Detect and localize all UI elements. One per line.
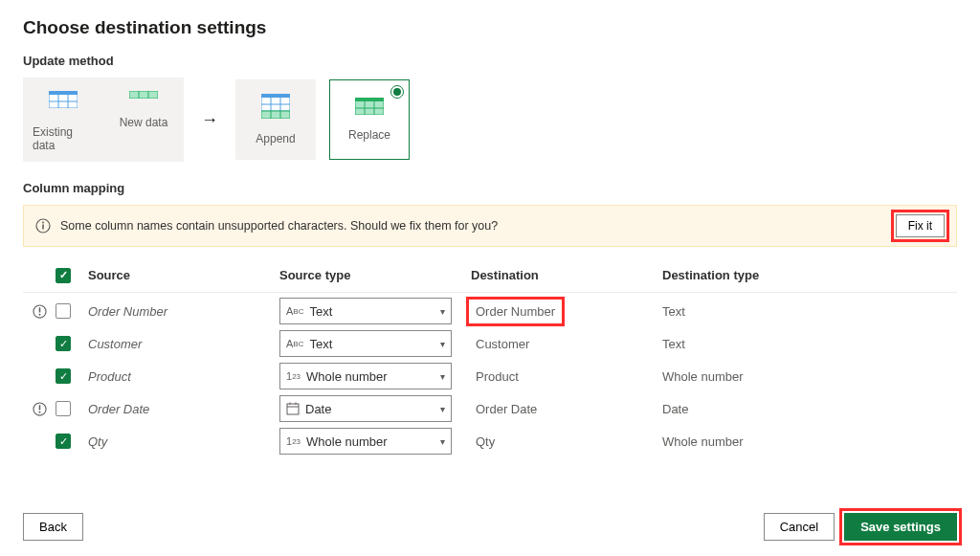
warning-icon [33,402,47,416]
th-source: Source [88,268,279,282]
dropdown-label: Date [305,402,434,416]
svg-rect-5 [129,91,158,99]
settings-page: Choose destination settings Update metho… [0,0,980,556]
svg-point-26 [38,313,40,315]
number-type-icon: 123 [286,435,301,447]
append-option[interactable]: Append [235,79,316,160]
source-cell: Order Date [88,402,279,416]
append-icon [261,94,290,119]
footer: Back Cancel Save settings [23,496,957,541]
svg-rect-17 [355,98,384,101]
cancel-button[interactable]: Cancel [764,513,835,541]
fix-it-button[interactable]: Fix it [896,214,945,237]
alert-message: Some column names contain unsupported ch… [60,219,886,233]
destination-cell: Order Number [471,301,662,322]
new-data-label: New data [120,116,168,129]
alert-bar: Some column names contain unsupported ch… [23,205,957,247]
table-body: Order NumberABCText▾Order NumberTextCust… [23,295,957,457]
svg-point-22 [42,222,44,224]
svg-rect-9 [261,94,290,98]
chevron-down-icon: ▾ [440,339,445,349]
replace-icon [355,98,384,115]
arrow-icon: → [197,110,222,130]
replace-option[interactable]: Replace [329,79,410,160]
row-checkbox[interactable] [56,336,71,351]
source-type-dropdown[interactable]: ABCText▾ [279,330,452,357]
update-method-row: Existing data New data → [23,78,957,162]
svg-rect-13 [261,111,290,119]
destination-type-cell: Whole number [662,369,854,384]
th-source-type: Source type [279,268,471,282]
radio-selected-icon [390,85,404,99]
destination-type-cell: Text [662,304,854,319]
back-button[interactable]: Back [23,513,83,541]
warning-icon [33,304,47,319]
destination-text: Customer [471,334,534,354]
svg-point-29 [38,411,40,412]
dropdown-label: Whole number [306,434,434,449]
table-row: Order NumberABCText▾Order NumberText [23,295,957,327]
destination-cell: Product [471,367,662,387]
destination-type-cell: Whole number [662,434,854,449]
row-checkbox[interactable] [56,368,71,384]
source-cell: Order Number [88,304,279,319]
column-mapping-label: Column mapping [23,181,957,195]
row-checkbox[interactable] [56,434,71,449]
table-row: Product123Whole number▾ProductWhole numb… [23,360,957,392]
save-settings-button[interactable]: Save settings [844,513,957,541]
svg-rect-30 [287,404,299,414]
new-data-card: New data [103,78,184,162]
destination-cell: Order Date [471,399,662,419]
chevron-down-icon: ▾ [440,404,445,414]
destination-type-cell: Date [662,402,854,416]
row-checkbox[interactable] [56,303,71,319]
svg-rect-25 [38,307,40,312]
number-type-icon: 123 [286,370,301,382]
existing-data-label: Existing data [33,125,94,152]
destination-cell: Qty [471,432,662,452]
column-mapping-table: Source Source type Destination Destinati… [23,262,957,457]
source-type-dropdown[interactable]: ABCText▾ [279,298,452,324]
table-head: Source Source type Destination Destinati… [23,262,957,293]
svg-rect-23 [42,225,44,230]
append-label: Append [256,132,295,145]
destination-type-cell: Text [662,337,854,351]
source-type-dropdown[interactable]: 123Whole number▾ [279,363,452,389]
row-checkbox[interactable] [56,401,71,416]
dropdown-label: Text [309,304,434,319]
destination-text: Product [471,367,523,387]
destination-text: Order Number [471,301,560,322]
date-type-icon [286,402,300,415]
update-method-label: Update method [23,54,957,68]
dropdown-label: Whole number [306,369,434,384]
text-type-icon: ABC [286,338,303,349]
svg-rect-1 [49,91,78,95]
row-warning [23,304,56,319]
table-row: CustomerABCText▾CustomerText [23,327,957,360]
existing-data-icon [49,91,78,108]
select-all-checkbox[interactable] [56,268,71,283]
dropdown-label: Text [309,337,434,351]
page-title: Choose destination settings [23,17,957,38]
info-icon [35,218,51,234]
data-source-group: Existing data New data [23,78,184,162]
table-row: Order DateDate▾Order DateDate [23,392,957,425]
source-cell: Qty [88,434,279,449]
existing-data-card: Existing data [23,78,103,162]
th-destination-type: Destination type [662,268,854,282]
chevron-down-icon: ▾ [440,306,445,317]
destination-cell: Customer [471,334,662,354]
source-type-dropdown[interactable]: 123Whole number▾ [279,428,452,455]
chevron-down-icon: ▾ [440,436,445,447]
replace-label: Replace [348,128,390,142]
chevron-down-icon: ▾ [440,371,445,382]
destination-text: Order Date [471,399,542,419]
th-destination: Destination [471,268,662,282]
svg-rect-28 [38,405,40,410]
source-cell: Product [88,369,279,384]
new-data-icon [129,91,158,99]
row-warning [23,402,56,416]
destination-text: Qty [471,432,500,452]
source-type-dropdown[interactable]: Date▾ [279,395,452,422]
table-row: Qty123Whole number▾QtyWhole number [23,425,957,457]
